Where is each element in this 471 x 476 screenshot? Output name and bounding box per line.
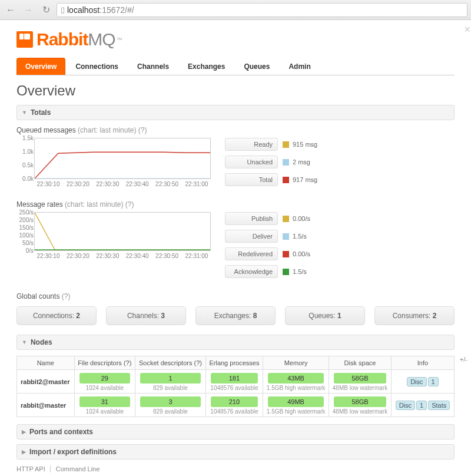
tab-overview[interactable]: Overview [16, 58, 65, 75]
node-stat: 1 [140, 373, 201, 384]
legend-publish-button[interactable]: Publish [225, 212, 278, 225]
queued-title: Queued messages (chart: last minute) (?) [16, 126, 455, 134]
tab-channels[interactable]: Channels [128, 58, 178, 75]
tab-admin[interactable]: Admin [280, 58, 319, 75]
node-stat: 210 [211, 396, 258, 407]
footer-http-api[interactable]: HTTP API [16, 465, 51, 472]
queued-chart-note: (chart: last minute) [78, 126, 136, 134]
tab-queues[interactable]: Queues [235, 58, 278, 75]
section-ports-header[interactable]: ▶ Ports and contexts [16, 424, 455, 439]
node-stat: 58GB [334, 396, 386, 407]
xtick: 22:30:10 [34, 253, 62, 259]
count-exchanges[interactable]: Exchanges: 8 [195, 306, 276, 325]
legend-redelivered-button[interactable]: Redelivered [225, 247, 278, 260]
legend-ready-button[interactable]: Ready [225, 138, 278, 151]
back-button[interactable]: ← [4, 4, 18, 16]
rates-chart-note: (chart: last minute) [65, 200, 123, 209]
swatch-publish [283, 216, 289, 222]
help-icon[interactable]: (?) [138, 126, 147, 134]
swatch-deliver [283, 233, 289, 240]
section-nodes-header[interactable]: ▼ Nodes [16, 335, 455, 350]
count-connections[interactable]: Connections: 2 [16, 306, 97, 325]
info-tag-disc: Disc [407, 377, 426, 386]
section-totals-header[interactable]: ▼ Totals [16, 105, 455, 120]
xtick: 22:30:40 [123, 253, 151, 259]
th-name[interactable]: Name [17, 356, 75, 370]
node-sub: 1.5GB high watermark [266, 408, 326, 415]
chevron-down-icon: ▼ [22, 110, 27, 115]
xtick: 22:30:30 [94, 181, 122, 187]
ytick: 50/s [17, 240, 34, 246]
forward-button[interactable]: → [21, 4, 35, 16]
count-consumers[interactable]: Consumers: 2 [374, 306, 455, 325]
ytick: 0.0k [17, 176, 34, 182]
browser-toolbar: ← → ↻ ▯ localhost:15672/#/ [0, 0, 471, 20]
th-disk-space[interactable]: Disk space [329, 356, 392, 370]
legend-redelivered-value: 0.00/s [293, 250, 310, 257]
queued-title-text: Queued messages [16, 126, 76, 134]
node-name[interactable]: rabbit2@master [17, 370, 75, 394]
xtick: 22:30:50 [153, 253, 181, 259]
legend-deliver-button[interactable]: Deliver [225, 230, 278, 243]
tab-exchanges[interactable]: Exchanges [179, 58, 234, 75]
url-rest: :15672/#/ [99, 5, 134, 15]
node-sub: 829 available [138, 408, 203, 415]
columns-toggle[interactable]: +/- [460, 356, 467, 363]
section-import-export-header[interactable]: ▶ Import / export definitions [16, 444, 455, 460]
reload-button[interactable]: ↻ [39, 4, 53, 16]
chevron-right-icon: ▶ [22, 429, 26, 435]
swatch-acknowledge [283, 269, 289, 275]
url-bar[interactable]: ▯ localhost:15672/#/ [57, 3, 467, 17]
node-info: Disc1Stats [391, 394, 454, 417]
ytick: 200/s [17, 217, 34, 223]
logo-tm: ™ [117, 37, 122, 43]
th-socket-descriptors[interactable]: Socket descriptors (?) [135, 356, 206, 370]
logo-text-mq: MQ [88, 29, 115, 49]
help-icon[interactable]: (?) [125, 200, 134, 209]
node-stat: 181 [211, 373, 258, 384]
info-tag-1: 1 [428, 377, 439, 386]
legend-total-value: 917 msg [293, 176, 317, 183]
node-sub: 1048576 available [208, 408, 260, 415]
node-sub: 48MB low watermark [331, 385, 389, 391]
chevron-down-icon: ▼ [22, 339, 27, 345]
legend-unacked-button[interactable]: Unacked [225, 156, 278, 168]
section-import-export-label: Import / export definitions [29, 448, 117, 456]
legend-total-button[interactable]: Total [225, 173, 278, 186]
th-erlang-processes[interactable]: Erlang processes [205, 356, 263, 370]
ytick: 0.5k [17, 162, 34, 168]
footer-command-line[interactable]: Command Line [56, 465, 105, 472]
global-counts-title: Global counts (?) [16, 292, 455, 300]
swatch-unacked [283, 159, 289, 166]
node-info: Disc1 [391, 370, 454, 394]
count-queues[interactable]: Queues: 1 [285, 306, 365, 325]
page-icon: ▯ [61, 5, 65, 14]
node-name[interactable]: rabbit@master [17, 394, 75, 417]
th-info[interactable]: Info [391, 356, 454, 370]
legend-deliver-value: 1.5/s [293, 233, 307, 240]
logo-text-rabbit: Rabbit [37, 29, 88, 49]
th-file-descriptors[interactable]: File descriptors (?) [74, 356, 135, 370]
global-counts-text: Global counts [16, 292, 59, 300]
close-icon[interactable]: ✕ [464, 25, 471, 34]
tab-connections[interactable]: Connections [67, 58, 127, 75]
node-stat: 49MB [268, 396, 324, 407]
nodes-table: Name File descriptors (?) Socket descrip… [16, 356, 455, 417]
node-stat: 58GB [334, 373, 386, 384]
rates-legend: Publish 0.00/s Deliver 1.5/s Redelivered… [225, 212, 455, 283]
table-row: rabbit@master 311024 available 3829 avai… [17, 394, 455, 417]
rates-chart: 250/s 200/s 150/s 100/s 50/s 0/s 22:30:1… [16, 212, 211, 283]
th-memory[interactable]: Memory [263, 356, 329, 370]
node-sub: 1024 available [77, 408, 132, 415]
xtick: 22:30:20 [64, 181, 92, 187]
ytick: 1.0k [17, 148, 34, 155]
logo[interactable]: RabbitMQ™ [16, 29, 455, 49]
section-totals-label: Totals [31, 108, 51, 117]
main-tabs: Overview Connections Channels Exchanges … [16, 58, 455, 75]
help-icon[interactable]: (?) [62, 292, 71, 300]
count-channels[interactable]: Channels: 3 [106, 306, 186, 325]
legend-acknowledge-button[interactable]: Acknowledge [225, 265, 278, 278]
queued-legend: Ready 915 msg Unacked 2 msg Total 917 ms… [225, 138, 455, 191]
xtick: 22:30:30 [94, 253, 122, 259]
node-sub: 1024 available [77, 385, 132, 391]
